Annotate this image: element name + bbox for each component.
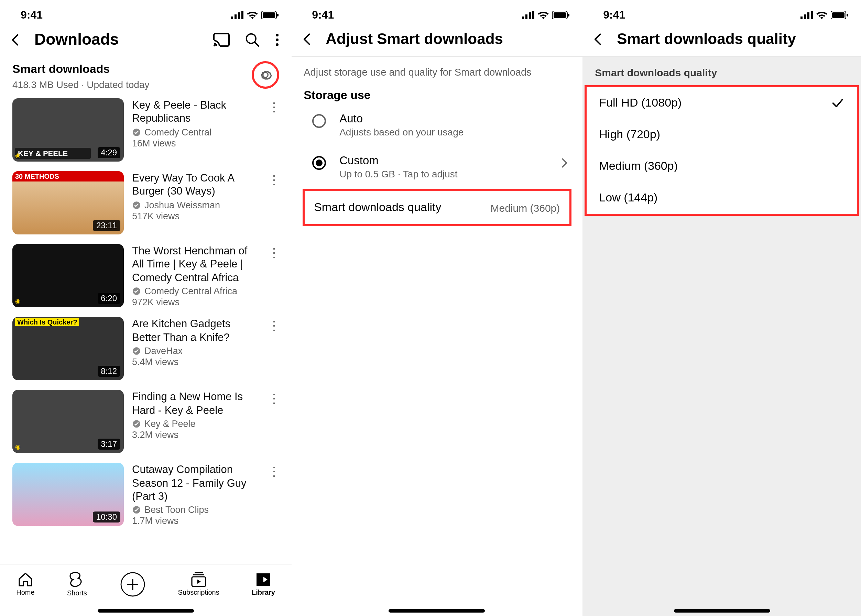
library-icon — [255, 572, 272, 587]
video-more-icon[interactable]: ⋮ — [268, 463, 279, 526]
cc-logo-icon: ◉ — [15, 298, 20, 305]
wifi-icon — [537, 11, 549, 19]
thumbnail-overlay: 30 METHODS — [13, 171, 124, 181]
channel-name: Comedy Central — [145, 127, 211, 137]
video-more-icon[interactable]: ⋮ — [268, 98, 279, 162]
video-item[interactable]: 30 METHODS 23:11 Every Way To Cook A Bur… — [13, 171, 279, 234]
view-count: 5.4M views — [132, 357, 260, 367]
radio-selected-icon — [312, 156, 326, 170]
screen-adjust-smart-downloads: 9:41 Adjust Smart downloads Adjust stora… — [291, 0, 582, 616]
radio-unselected-icon — [312, 114, 326, 128]
verified-icon — [132, 347, 141, 355]
svg-rect-2 — [238, 13, 240, 19]
section-subtitle: 418.3 MB Used · Updated today — [13, 79, 149, 90]
svg-rect-31 — [529, 13, 531, 19]
home-icon — [17, 572, 34, 587]
settings-button-highlight[interactable] — [251, 61, 279, 89]
quality-options-highlight: Full HD (1080p) High (720p) Medium (360p… — [584, 85, 859, 216]
svg-point-14 — [275, 43, 278, 46]
quality-value: Medium (360p) — [491, 202, 560, 214]
status-bar: 9:41 — [0, 0, 291, 26]
nav-shorts[interactable]: Shorts — [67, 571, 87, 597]
svg-rect-42 — [847, 14, 848, 17]
video-title: Cutaway Compilation Season 12 - Family G… — [132, 463, 260, 503]
channel-name: DaveHax — [145, 346, 183, 356]
nav-create[interactable] — [119, 571, 145, 597]
option-label: Medium (360p) — [599, 159, 678, 173]
quality-heading: Smart downloads quality — [582, 57, 861, 85]
verified-icon — [132, 201, 141, 210]
nav-library[interactable]: Library — [252, 572, 275, 596]
view-count: 517K views — [132, 211, 260, 222]
wifi-icon — [246, 11, 258, 19]
quality-row-highlight[interactable]: Smart downloads quality Medium (360p) — [302, 189, 571, 226]
status-bar: 9:41 — [291, 0, 582, 26]
view-count: 1.7M views — [132, 516, 260, 526]
nav-label: Shorts — [67, 589, 87, 597]
check-icon — [831, 96, 845, 110]
cellular-icon — [231, 11, 243, 19]
quality-label: Smart downloads quality — [314, 201, 441, 215]
battery-icon — [261, 11, 279, 19]
home-indicator — [291, 605, 582, 616]
status-time: 9:41 — [20, 9, 42, 21]
duration-badge: 4:29 — [97, 147, 120, 158]
status-icons — [522, 11, 570, 19]
option-title: Auto — [339, 112, 463, 125]
option-subtitle: Adjusts based on your usage — [339, 127, 463, 137]
option-label: Full HD (1080p) — [599, 96, 682, 110]
quality-option[interactable]: Low (144p) — [587, 182, 857, 214]
video-item[interactable]: 10:30 Cutaway Compilation Season 12 - Fa… — [13, 463, 279, 526]
svg-rect-39 — [811, 11, 813, 19]
header: Adjust Smart downloads — [291, 26, 582, 52]
video-item[interactable]: KEY & PEELE ◉ 4:29 Key & Peele - Black R… — [13, 98, 279, 162]
option-title: Custom — [339, 154, 457, 167]
home-indicator — [0, 605, 291, 616]
nav-subscriptions[interactable]: Subscriptions — [178, 572, 219, 596]
video-item[interactable]: ◉ 3:17 Finding a New Home Is Hard - Key … — [13, 390, 279, 453]
video-more-icon[interactable]: ⋮ — [268, 317, 279, 380]
video-more-icon[interactable]: ⋮ — [268, 244, 279, 307]
svg-rect-34 — [554, 13, 566, 18]
view-count: 972K views — [132, 297, 260, 307]
channel-name: Key & Peele — [145, 419, 196, 429]
plus-circle-icon — [119, 571, 145, 597]
quality-option[interactable]: Full HD (1080p) — [587, 87, 857, 119]
channel-name: Joshua Weissman — [145, 200, 220, 211]
status-time: 9:41 — [603, 9, 625, 21]
section-title: Smart downloads — [13, 63, 149, 76]
search-icon[interactable] — [244, 32, 260, 47]
svg-point-13 — [275, 38, 278, 41]
back-icon[interactable] — [299, 31, 315, 47]
verified-icon — [132, 506, 141, 515]
channel-name: Best Toon Clips — [145, 505, 209, 515]
storage-option-auto[interactable]: Auto Adjusts based on your usage — [304, 102, 570, 145]
cellular-icon — [801, 11, 813, 19]
video-item[interactable]: Which Is Quicker? 8:12 Are Kitchen Gadge… — [13, 317, 279, 380]
quality-option[interactable]: Medium (360p) — [587, 151, 857, 182]
video-more-icon[interactable]: ⋮ — [268, 390, 279, 453]
video-item[interactable]: ◉ 6:20 The Worst Henchman of All Time | … — [13, 244, 279, 307]
nav-home[interactable]: Home — [16, 572, 35, 596]
status-time: 9:41 — [312, 9, 334, 21]
svg-rect-38 — [807, 13, 809, 19]
nav-label: Home — [16, 589, 35, 596]
gear-icon — [258, 68, 273, 83]
storage-option-custom[interactable]: Custom Up to 0.5 GB · Tap to adjust — [304, 145, 570, 186]
quality-option[interactable]: High (720p) — [587, 119, 857, 151]
home-indicator — [582, 605, 861, 616]
cast-icon[interactable] — [213, 33, 229, 46]
nav-label: Library — [252, 589, 275, 596]
cc-logo-icon: ◉ — [15, 443, 20, 450]
svg-line-11 — [255, 42, 258, 46]
thumbnail-overlay: Which Is Quicker? — [13, 317, 124, 327]
video-more-icon[interactable]: ⋮ — [268, 171, 279, 234]
duration-badge: 6:20 — [97, 293, 120, 304]
svg-rect-29 — [522, 17, 524, 19]
more-icon[interactable] — [275, 33, 279, 46]
wifi-icon — [815, 11, 828, 19]
svg-rect-0 — [231, 17, 233, 19]
back-icon[interactable] — [8, 32, 24, 47]
nav-label: Subscriptions — [178, 589, 219, 596]
back-icon[interactable] — [591, 31, 606, 47]
